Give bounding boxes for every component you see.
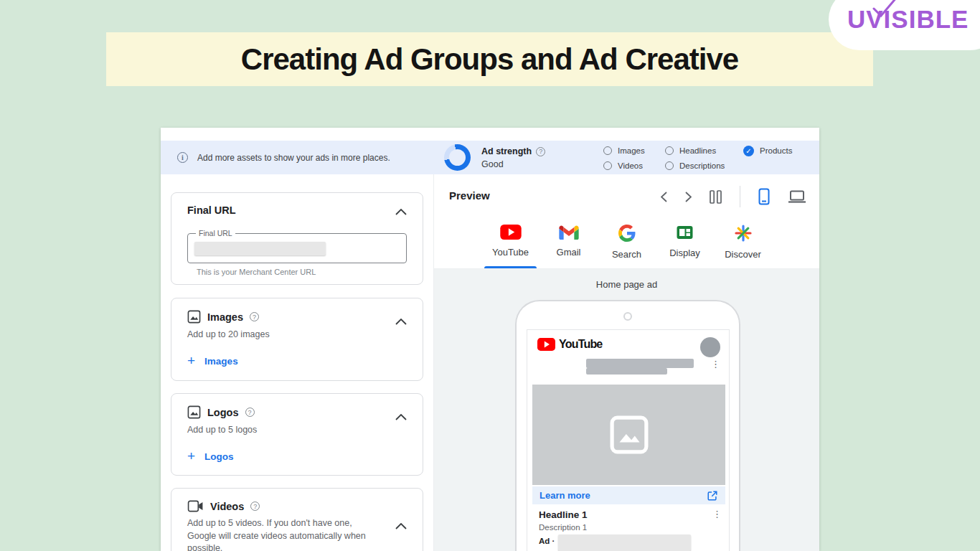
- asset-option-label: Products: [760, 146, 792, 155]
- preview-body: Home page ad YouTube: [434, 269, 819, 551]
- youtube-icon: [500, 225, 522, 240]
- preview-controls: [661, 186, 806, 207]
- final-url-title: Final URL: [187, 204, 236, 216]
- next-preview-button[interactable]: [685, 192, 692, 202]
- logos-title: Logos: [207, 407, 239, 418]
- videos-card: Videos ? Add up to 5 videos. If you don'…: [171, 488, 423, 551]
- asset-option-products[interactable]: ✓ Products: [743, 145, 792, 156]
- asset-option-label: Descriptions: [679, 161, 725, 170]
- add-images-button[interactable]: + Images: [187, 356, 238, 367]
- redacted-advertiser-name: [558, 534, 691, 551]
- tab-label: Search: [612, 249, 641, 260]
- asset-option-images[interactable]: Images: [603, 145, 645, 156]
- asset-option-label: Videos: [618, 161, 643, 170]
- phone-camera-icon: [623, 312, 632, 321]
- ad-strength-donut: [444, 144, 471, 171]
- help-icon[interactable]: ?: [250, 312, 259, 321]
- cta-label: Learn more: [540, 490, 590, 501]
- logo-check-icon: [868, 0, 918, 19]
- desktop-preview-button[interactable]: [788, 190, 806, 203]
- asset-option-label: Images: [618, 146, 645, 155]
- gmail-icon: [559, 225, 579, 240]
- add-images-label: Images: [204, 356, 238, 367]
- external-link-icon: [707, 490, 718, 501]
- collapse-chevron-icon[interactable]: [395, 523, 407, 529]
- laptop-icon: [788, 190, 806, 203]
- asset-editor-panel: Final URL Final URL This is your Merchan…: [161, 174, 433, 551]
- overflow-menu-icon[interactable]: ⋮: [712, 509, 722, 520]
- radio-icon[interactable]: [665, 146, 674, 155]
- previous-preview-button[interactable]: [661, 192, 667, 202]
- plus-icon: +: [187, 451, 195, 461]
- chevron-left-icon: [661, 192, 667, 202]
- info-icon: i: [177, 152, 188, 163]
- final-url-card: Final URL Final URL This is your Merchan…: [171, 192, 423, 285]
- collapse-chevron-icon[interactable]: [395, 414, 407, 420]
- radio-icon[interactable]: [603, 146, 612, 155]
- discover-icon: [735, 225, 752, 242]
- radio-checked-icon[interactable]: ✓: [743, 146, 754, 156]
- tab-search[interactable]: Search: [598, 218, 656, 268]
- youtube-app-header: YouTube: [537, 336, 720, 357]
- videos-title: Videos: [210, 501, 244, 512]
- learn-more-bar[interactable]: Learn more: [532, 486, 725, 504]
- collapse-chevron-icon[interactable]: [395, 319, 407, 325]
- mobile-preview-button[interactable]: [758, 188, 770, 205]
- tab-gmail[interactable]: Gmail: [540, 218, 598, 268]
- image-placeholder-icon: [610, 415, 649, 454]
- pause-carousel-button[interactable]: [710, 190, 722, 204]
- help-icon[interactable]: ?: [536, 147, 545, 156]
- chevron-right-icon: [685, 192, 692, 202]
- overflow-menu-icon[interactable]: ⋮: [711, 359, 720, 369]
- slide-title: Creating Ad Groups and Ad Creative: [241, 42, 738, 77]
- collapse-chevron-icon[interactable]: [395, 209, 407, 215]
- tab-label: Display: [669, 248, 700, 258]
- tab-label: Discover: [725, 249, 761, 260]
- add-logos-label: Logos: [204, 451, 234, 462]
- radio-icon[interactable]: [603, 161, 612, 170]
- tab-label: YouTube: [492, 247, 529, 258]
- youtube-wordmark: YouTube: [559, 338, 602, 351]
- preview-panel: Preview: [433, 174, 819, 551]
- radio-icon[interactable]: [665, 161, 674, 170]
- help-icon[interactable]: ?: [245, 408, 255, 417]
- pause-icon: [710, 190, 722, 204]
- asset-option-label: Headlines: [679, 146, 716, 155]
- controls-divider: [740, 186, 740, 207]
- youtube-logo: YouTube: [537, 338, 720, 351]
- images-subtitle: Add up to 20 images: [187, 329, 407, 342]
- final-url-input[interactable]: Final URL: [187, 233, 407, 263]
- image-icon: [187, 310, 201, 324]
- banner-message: Add more assets to show your ads in more…: [197, 153, 390, 163]
- ad-format-label: Home page ad: [434, 279, 819, 290]
- add-logos-button[interactable]: + Logos: [187, 451, 234, 462]
- final-url-helper: This is your Merchant Center URL: [197, 268, 407, 276]
- ad-badge: Ad ·: [539, 537, 555, 545]
- youtube-play-icon: [537, 338, 555, 351]
- google-ads-screenshot: i Add more assets to show your ads in mo…: [161, 128, 819, 551]
- tab-label: Gmail: [557, 247, 581, 258]
- video-icon: [187, 500, 204, 512]
- image-icon: [187, 405, 201, 419]
- tab-youtube[interactable]: YouTube: [481, 218, 540, 268]
- help-icon[interactable]: ?: [250, 501, 260, 511]
- tab-display[interactable]: Display: [656, 218, 714, 268]
- google-search-icon: [618, 225, 636, 242]
- ad-strength-value: Good: [481, 159, 545, 169]
- redacted-channel-title: [586, 359, 694, 368]
- tab-discover[interactable]: Discover: [714, 218, 772, 268]
- uvisible-logo: UVISIBLE: [829, 0, 980, 50]
- ad-strength-indicator: Ad strength ? Good: [444, 144, 545, 171]
- logos-card: Logos ? Add up to 5 logos + Logos: [171, 393, 423, 476]
- asset-option-videos[interactable]: Videos: [603, 160, 643, 171]
- asset-option-descriptions[interactable]: Descriptions: [665, 160, 725, 171]
- redacted-url-value: [194, 242, 326, 255]
- plus-icon: +: [187, 356, 195, 366]
- images-card: Images ? Add up to 20 images + Images: [171, 298, 423, 381]
- videos-subtitle: Add up to 5 videos. If you don't have on…: [187, 517, 367, 551]
- redacted-channel-subtitle: [586, 368, 667, 375]
- ad-description: Description 1: [539, 523, 587, 532]
- final-url-field-label: Final URL: [196, 229, 235, 237]
- mobile-phone-icon: [758, 188, 770, 205]
- asset-option-headlines[interactable]: Headlines: [665, 145, 716, 156]
